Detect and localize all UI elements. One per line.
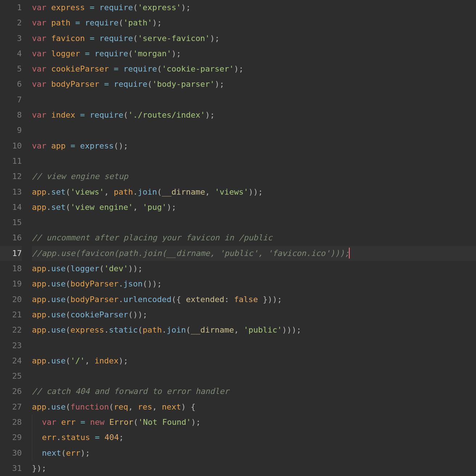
line-number: 20 xyxy=(0,292,22,307)
token-str: '/' xyxy=(70,356,85,365)
code-line[interactable] xyxy=(32,92,476,107)
token-call: require xyxy=(94,49,128,58)
token-punc: ; xyxy=(171,203,176,212)
token-call: require xyxy=(123,64,157,73)
code-line[interactable]: // uncomment after placing your favicon … xyxy=(32,230,476,245)
token-param: res xyxy=(138,402,152,411)
token-kw: var xyxy=(32,110,46,119)
token-punc: ) xyxy=(253,187,258,196)
token-str: 'views' xyxy=(70,187,104,196)
token-punc: { xyxy=(191,402,195,411)
token-punc: . xyxy=(118,295,123,304)
token-punc: ) xyxy=(210,34,215,43)
token-str: 'pug' xyxy=(143,203,167,212)
token-id: app xyxy=(32,402,46,411)
code-line[interactable] xyxy=(32,369,476,384)
token-kw: new xyxy=(90,418,105,427)
code-line[interactable]: var favicon = require('serve-favicon'); xyxy=(32,31,476,46)
token-str: 'view engine' xyxy=(70,203,133,212)
code-line[interactable] xyxy=(32,215,476,230)
token-punc: ( xyxy=(128,310,133,319)
token-id: bodyParser xyxy=(70,279,118,288)
token-punc: ( xyxy=(157,64,162,73)
token-str: 'public' xyxy=(244,325,282,334)
line-number: 31 xyxy=(0,461,22,476)
token-op: = xyxy=(81,418,85,427)
token-punc: ( xyxy=(66,187,70,196)
token-str: 'body-parser' xyxy=(152,80,215,89)
code-line[interactable] xyxy=(32,154,476,169)
code-line[interactable]: var logger = require('morgan'); xyxy=(32,46,476,61)
code-editor[interactable]: 1234567891011121314151617181920212223242… xyxy=(0,0,476,476)
token-punc: ; xyxy=(239,64,244,73)
token-call: require xyxy=(85,18,119,27)
code-line[interactable]: var cookieParser = require('cookie-parse… xyxy=(32,61,476,77)
token-punc: ; xyxy=(123,356,128,365)
token-id: bodyParser xyxy=(51,80,99,89)
token-call: use xyxy=(51,402,66,411)
code-line[interactable]: //app.use(favicon(path.join(__dirname, '… xyxy=(32,246,476,261)
code-line[interactable]: var app = express(); xyxy=(32,138,476,154)
token-op: = xyxy=(70,141,75,150)
code-line[interactable]: var express = require('express'); xyxy=(32,0,476,15)
code-line[interactable]: // catch 404 and forward to error handle… xyxy=(32,384,476,399)
code-line[interactable]: var bodyParser = require('body-parser'); xyxy=(32,77,476,92)
token-punc: : xyxy=(224,295,229,304)
token-call: use xyxy=(51,279,66,288)
token-cmt: // view engine setup xyxy=(32,172,128,181)
token-punc: ) xyxy=(215,80,219,89)
token-punc: ; xyxy=(157,18,162,27)
code-line[interactable]: err.status = 404; xyxy=(32,430,476,445)
token-kw: var xyxy=(32,3,46,12)
token-dir: __dirname xyxy=(191,325,234,334)
token-punc: ; xyxy=(258,187,263,196)
token-id: app xyxy=(32,279,46,288)
code-line[interactable]: app.use(express.static(path.join(__dirna… xyxy=(32,322,476,338)
token-str: 'Not Found' xyxy=(138,418,191,427)
code-line[interactable]: app.use(bodyParser.json()); xyxy=(32,276,476,292)
token-str: 'cookie-parser' xyxy=(162,64,234,73)
code-line[interactable]: }); xyxy=(32,461,476,476)
token-punc: ) xyxy=(138,310,142,319)
code-line[interactable]: app.use(cookieParser()); xyxy=(32,307,476,322)
code-line[interactable]: // view engine setup xyxy=(32,169,476,184)
token-kw: var xyxy=(32,64,46,73)
token-id: path xyxy=(51,18,70,27)
code-line[interactable] xyxy=(32,123,476,138)
token-punc: ) xyxy=(152,18,157,27)
line-number: 19 xyxy=(0,276,22,292)
code-line[interactable] xyxy=(32,338,476,353)
token-punc: ) xyxy=(133,264,138,273)
token-punc: ( xyxy=(147,80,152,89)
token-punc: ) xyxy=(272,295,277,304)
token-punc: ( xyxy=(66,310,70,319)
line-number: 11 xyxy=(0,154,22,169)
token-punc: ( xyxy=(157,187,162,196)
code-line[interactable]: var index = require('./routes/index'); xyxy=(32,107,476,123)
token-id: status xyxy=(61,433,90,442)
code-line[interactable]: var path = require('path'); xyxy=(32,15,476,30)
code-area[interactable]: var express = require('express');var pat… xyxy=(25,0,476,476)
code-line[interactable]: var err = new Error('Not Found'); xyxy=(32,415,476,430)
code-line[interactable]: app.use(function(req, res, next) { xyxy=(32,399,476,415)
token-call: use xyxy=(51,310,66,319)
code-line[interactable]: app.use(bodyParser.urlencoded({ extended… xyxy=(32,292,476,307)
token-punc: ( xyxy=(123,110,128,119)
code-line[interactable]: app.use(logger('dev')); xyxy=(32,261,476,276)
token-punc: ; xyxy=(42,464,46,473)
token-call: require xyxy=(114,80,147,89)
token-call: static xyxy=(109,325,138,334)
token-punc: ) xyxy=(118,356,123,365)
token-punc: ( xyxy=(133,3,138,12)
line-number: 29 xyxy=(0,430,22,445)
code-line[interactable]: next(err); xyxy=(32,446,476,461)
code-line[interactable]: app.use('/', index); xyxy=(32,353,476,369)
token-punc: ( xyxy=(133,34,138,43)
code-line[interactable]: app.set('view engine', 'pug'); xyxy=(32,200,476,215)
token-kw: var xyxy=(32,80,46,89)
token-call: express xyxy=(80,141,114,150)
token-kw: var xyxy=(32,34,46,43)
token-punc: ) xyxy=(268,295,272,304)
code-line[interactable]: app.set('views', path.join(__dirname, 'v… xyxy=(32,184,476,200)
token-punc: ) xyxy=(37,464,41,473)
